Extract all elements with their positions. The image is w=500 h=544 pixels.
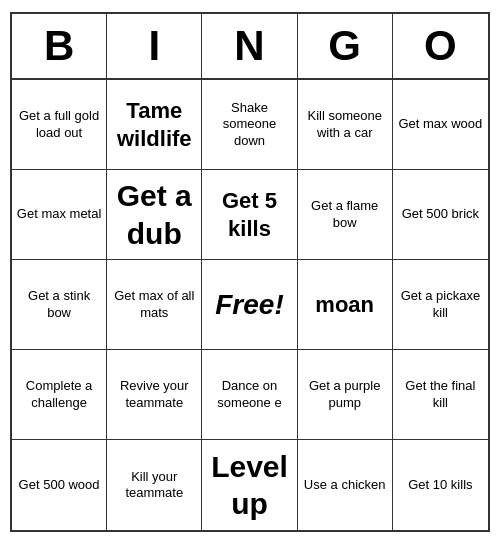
bingo-cell-15[interactable]: Complete a challenge (12, 350, 107, 440)
bingo-cell-10[interactable]: Get a stink bow (12, 260, 107, 350)
bingo-cell-9[interactable]: Get 500 brick (393, 170, 488, 260)
bingo-cell-8[interactable]: Get a flame bow (298, 170, 393, 260)
bingo-grid: Get a full gold load outTame wildlifeSha… (12, 80, 488, 530)
bingo-cell-14[interactable]: Get a pickaxe kill (393, 260, 488, 350)
bingo-cell-11[interactable]: Get max of all mats (107, 260, 202, 350)
bingo-header: BINGO (12, 14, 488, 80)
bingo-cell-18[interactable]: Get a purple pump (298, 350, 393, 440)
bingo-cell-0[interactable]: Get a full gold load out (12, 80, 107, 170)
bingo-cell-23[interactable]: Use a chicken (298, 440, 393, 530)
bingo-cell-21[interactable]: Kill your teammate (107, 440, 202, 530)
bingo-cell-22[interactable]: Level up (202, 440, 297, 530)
bingo-letter-i: I (107, 14, 202, 78)
bingo-cell-24[interactable]: Get 10 kills (393, 440, 488, 530)
bingo-cell-7[interactable]: Get 5 kills (202, 170, 297, 260)
bingo-card: BINGO Get a full gold load outTame wildl… (10, 12, 490, 532)
bingo-cell-3[interactable]: Kill someone with a car (298, 80, 393, 170)
bingo-cell-20[interactable]: Get 500 wood (12, 440, 107, 530)
bingo-letter-o: O (393, 14, 488, 78)
bingo-cell-6[interactable]: Get a dub (107, 170, 202, 260)
bingo-cell-1[interactable]: Tame wildlife (107, 80, 202, 170)
bingo-cell-12[interactable]: Free! (202, 260, 297, 350)
bingo-cell-5[interactable]: Get max metal (12, 170, 107, 260)
bingo-cell-19[interactable]: Get the final kill (393, 350, 488, 440)
bingo-cell-4[interactable]: Get max wood (393, 80, 488, 170)
bingo-letter-g: G (298, 14, 393, 78)
bingo-cell-16[interactable]: Revive your teammate (107, 350, 202, 440)
bingo-cell-13[interactable]: moan (298, 260, 393, 350)
bingo-cell-2[interactable]: Shake someone down (202, 80, 297, 170)
bingo-letter-b: B (12, 14, 107, 78)
bingo-letter-n: N (202, 14, 297, 78)
bingo-cell-17[interactable]: Dance on someone e (202, 350, 297, 440)
